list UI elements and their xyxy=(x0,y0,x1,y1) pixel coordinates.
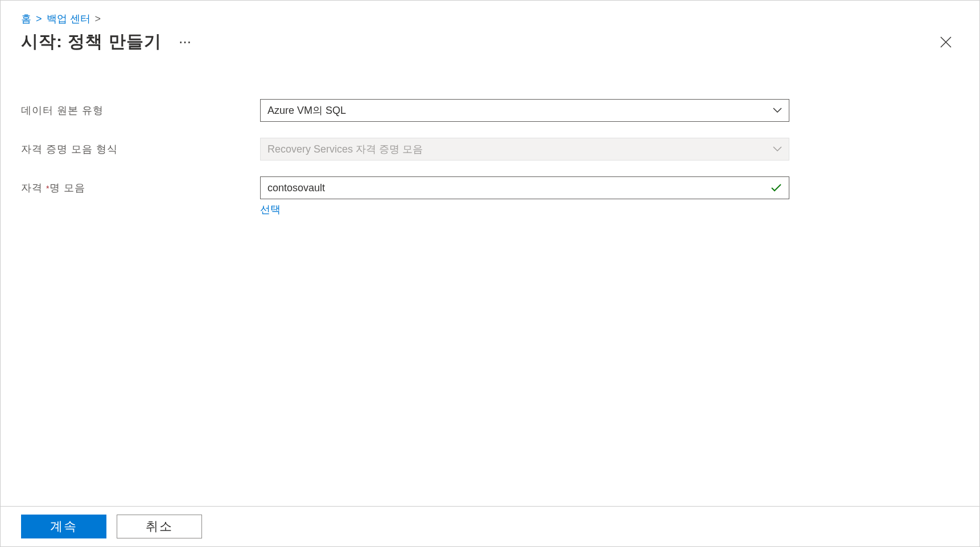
datasource-type-value: Azure VM의 SQL xyxy=(267,104,346,117)
vault-label: 자격 *명 모음 xyxy=(21,176,260,195)
close-icon[interactable] xyxy=(940,36,952,48)
chevron-down-icon xyxy=(773,146,782,152)
check-icon xyxy=(771,183,782,192)
footer: 계속 취소 xyxy=(1,506,979,546)
select-vault-link[interactable]: 선택 xyxy=(260,203,281,216)
datasource-type-label: 데이터 원본 유형 xyxy=(21,99,260,117)
vault-type-value: Recovery Services 자격 증명 모음 xyxy=(267,142,423,156)
chevron-right-icon: > xyxy=(95,13,101,25)
cancel-button[interactable]: 취소 xyxy=(117,515,202,538)
chevron-right-icon: > xyxy=(36,13,42,25)
continue-button[interactable]: 계속 xyxy=(21,515,106,538)
vault-input-wrapper[interactable] xyxy=(260,176,789,199)
breadcrumb-backup-center[interactable]: 백업 센터 xyxy=(47,12,90,26)
page-title: 시작: 정책 만들기 xyxy=(21,30,162,54)
breadcrumb: 홈 > 백업 센터 > xyxy=(21,12,959,26)
breadcrumb-home[interactable]: 홈 xyxy=(21,12,31,26)
chevron-down-icon xyxy=(773,108,782,113)
vault-type-dropdown: Recovery Services 자격 증명 모음 xyxy=(260,138,789,161)
datasource-type-dropdown[interactable]: Azure VM의 SQL xyxy=(260,99,789,122)
vault-type-label: 자격 증명 모음 형식 xyxy=(21,138,260,156)
more-icon[interactable]: ⋯ xyxy=(179,35,191,50)
vault-input[interactable] xyxy=(267,182,771,194)
